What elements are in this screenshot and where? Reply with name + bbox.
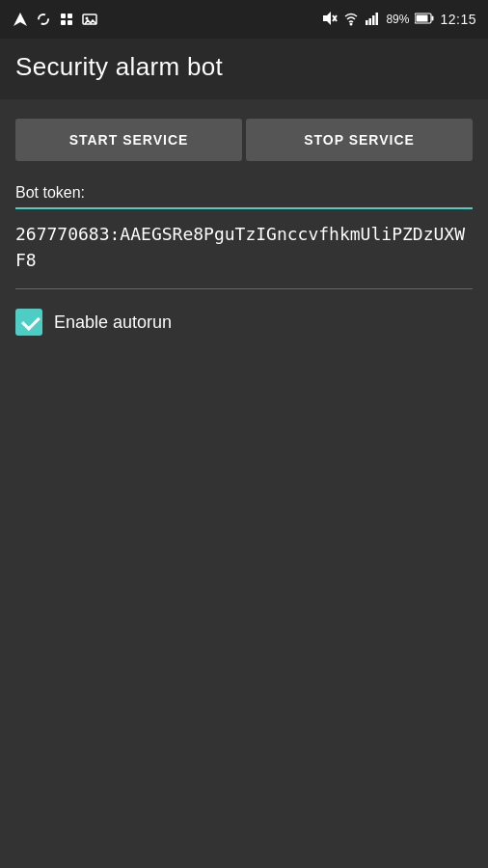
svg-rect-12 <box>366 20 368 25</box>
svg-rect-14 <box>372 15 375 25</box>
checkmark-icon <box>15 309 42 336</box>
svg-rect-2 <box>61 14 66 18</box>
svg-rect-5 <box>68 20 72 25</box>
status-bar-left <box>12 11 98 28</box>
svg-rect-15 <box>376 13 379 25</box>
token-divider <box>15 288 473 289</box>
status-bar: 89% 12:15 <box>0 0 488 39</box>
sync-icon <box>35 11 52 28</box>
token-value[interactable]: 267770683:AAEGSRe8PguTzIGnccvfhkmUliPZDz… <box>15 221 473 273</box>
service-buttons: START SERVICE STOP SERVICE <box>15 119 473 161</box>
autorun-row: Enable autorun <box>15 309 473 336</box>
time-display: 12:15 <box>440 12 476 27</box>
battery-icon <box>415 13 434 27</box>
title-bar: Security alarm bot <box>0 39 488 99</box>
svg-point-1 <box>39 14 48 24</box>
main-content: START SERVICE STOP SERVICE Bot token: 26… <box>0 99 488 355</box>
svg-marker-0 <box>14 13 27 26</box>
svg-point-11 <box>350 22 353 25</box>
mute-icon <box>322 11 338 29</box>
stop-service-button[interactable]: STOP SERVICE <box>246 119 473 161</box>
wifi-icon <box>343 11 359 29</box>
status-bar-right: 89% 12:15 <box>322 11 476 29</box>
token-section: Bot token: 267770683:AAEGSRe8PguTzIGnccv… <box>15 184 473 289</box>
token-underline <box>15 207 473 209</box>
svg-rect-17 <box>432 15 434 20</box>
svg-marker-8 <box>323 12 331 25</box>
token-label: Bot token: <box>15 184 473 202</box>
signal-icon <box>365 11 380 29</box>
autorun-checkbox-container[interactable] <box>15 309 42 336</box>
navigation-icon <box>12 11 29 28</box>
page-title: Security alarm bot <box>15 52 473 82</box>
app-icon-1 <box>58 11 75 28</box>
svg-rect-3 <box>68 14 72 18</box>
image-icon <box>81 11 98 28</box>
svg-rect-13 <box>369 18 372 25</box>
svg-rect-4 <box>61 20 66 25</box>
start-service-button[interactable]: START SERVICE <box>15 119 242 161</box>
svg-rect-18 <box>417 14 428 21</box>
autorun-label: Enable autorun <box>54 312 172 333</box>
battery-percentage: 89% <box>386 13 409 26</box>
